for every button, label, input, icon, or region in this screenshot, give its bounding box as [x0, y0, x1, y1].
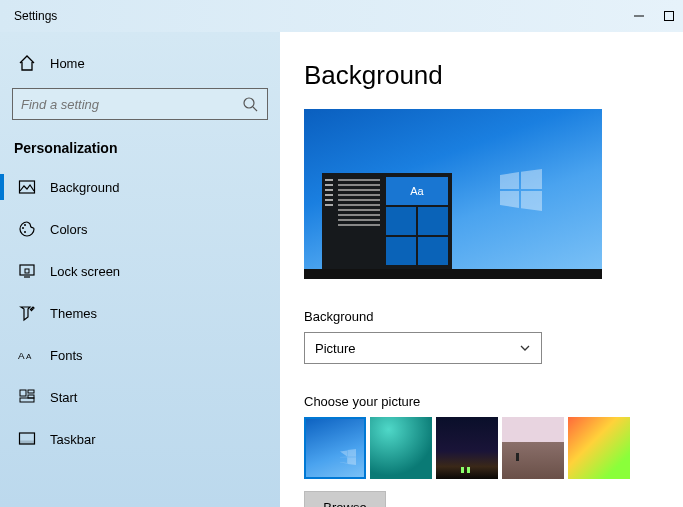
nav-label: Taskbar: [50, 432, 96, 447]
picture-icon: [18, 178, 36, 196]
picture-thumbnails: [304, 417, 659, 479]
section-header: Personalization: [0, 130, 280, 168]
search-icon: [241, 95, 259, 113]
lockscreen-icon: [18, 262, 36, 280]
home-button[interactable]: Home: [0, 44, 280, 82]
svg-point-2: [244, 98, 254, 108]
picture-thumb-1[interactable]: [304, 417, 366, 479]
nav-label: Themes: [50, 306, 97, 321]
fonts-icon: AA: [18, 346, 36, 364]
settings-window: Settings Home Personalizat: [0, 0, 683, 507]
search-input[interactable]: [12, 88, 268, 120]
svg-rect-4: [20, 181, 35, 193]
nav-list: Background Colors Lock screen: [0, 168, 280, 458]
svg-line-3: [253, 107, 257, 111]
picture-thumb-4[interactable]: [502, 417, 564, 479]
background-label: Background: [304, 309, 659, 324]
nav-item-start[interactable]: Start: [0, 378, 280, 416]
dropdown-value: Picture: [315, 341, 355, 356]
nav-item-lockscreen[interactable]: Lock screen: [0, 252, 280, 290]
svg-text:A: A: [26, 353, 32, 362]
picture-thumb-5[interactable]: [568, 417, 630, 479]
chevron-down-icon: [519, 342, 531, 354]
nav-label: Fonts: [50, 348, 83, 363]
svg-marker-19: [500, 172, 519, 189]
nav-label: Lock screen: [50, 264, 120, 279]
svg-point-6: [24, 224, 26, 226]
svg-marker-22: [521, 191, 542, 211]
start-icon: [18, 388, 36, 406]
window-title: Settings: [14, 9, 57, 23]
svg-text:A: A: [18, 351, 25, 362]
choose-picture-label: Choose your picture: [304, 394, 659, 409]
sidebar: Home Personalization Background: [0, 32, 280, 507]
maximize-button[interactable]: [663, 10, 675, 22]
content: Home Personalization Background: [0, 32, 683, 507]
svg-rect-9: [25, 269, 29, 273]
svg-rect-18: [20, 441, 35, 444]
palette-icon: [18, 220, 36, 238]
titlebar: Settings: [0, 0, 683, 32]
browse-button[interactable]: Browse: [304, 491, 386, 507]
nav-item-colors[interactable]: Colors: [0, 210, 280, 248]
picture-thumb-3[interactable]: [436, 417, 498, 479]
home-icon: [18, 54, 36, 72]
page-title: Background: [304, 60, 659, 91]
search-field[interactable]: [21, 97, 241, 112]
svg-marker-21: [500, 191, 519, 208]
search-container: [0, 82, 280, 130]
windows-logo-icon: [500, 169, 542, 211]
taskbar-icon: [18, 430, 36, 448]
startmenu-preview: Aa: [322, 173, 452, 269]
svg-point-7: [24, 231, 26, 233]
svg-rect-13: [20, 390, 26, 396]
nav-item-themes[interactable]: Themes: [0, 294, 280, 332]
svg-point-5: [22, 227, 24, 229]
desktop-preview: Aa: [304, 109, 602, 279]
minimize-button[interactable]: [633, 10, 645, 22]
background-dropdown[interactable]: Picture: [304, 332, 542, 364]
main-panel: Background Aa Background Picture: [280, 32, 683, 507]
nav-item-fonts[interactable]: AA Fonts: [0, 336, 280, 374]
preview-sample-text: Aa: [386, 177, 448, 205]
taskbar-preview: [304, 269, 602, 279]
svg-marker-20: [521, 169, 542, 189]
nav-label: Colors: [50, 222, 88, 237]
svg-rect-14: [28, 390, 34, 393]
home-label: Home: [50, 56, 85, 71]
nav-label: Background: [50, 180, 119, 195]
svg-rect-1: [665, 12, 674, 21]
nav-label: Start: [50, 390, 77, 405]
picture-thumb-2[interactable]: [370, 417, 432, 479]
svg-rect-16: [20, 398, 34, 402]
themes-icon: [18, 304, 36, 322]
nav-item-background[interactable]: Background: [0, 168, 280, 206]
nav-item-taskbar[interactable]: Taskbar: [0, 420, 280, 458]
window-controls: [633, 10, 675, 22]
